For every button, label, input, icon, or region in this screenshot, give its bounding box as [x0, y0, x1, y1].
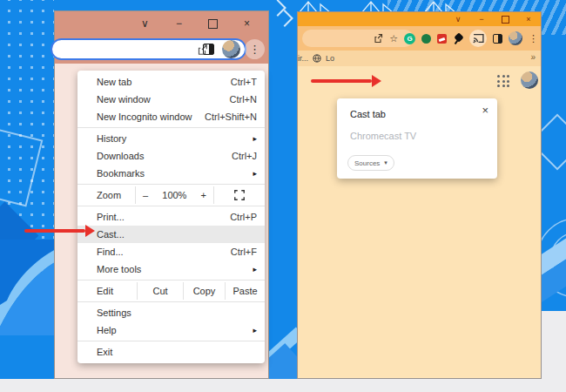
- minimize-button[interactable]: −: [474, 13, 489, 25]
- maximize-button[interactable]: [497, 13, 513, 25]
- close-button[interactable]: ×: [521, 13, 536, 25]
- chrome-menu: New tab Ctrl+T New window Ctrl+N New Inc…: [77, 71, 265, 363]
- submenu-arrow-icon: ▸: [253, 326, 257, 335]
- toolbar: ☆ ⋮: [55, 36, 268, 64]
- cast-dialog-title: Cast tab: [350, 109, 386, 119]
- bookmark-item[interactable]: Lo: [326, 54, 334, 63]
- annotation-arrow-cast-menu: [24, 225, 95, 237]
- minimize-button[interactable]: −: [162, 12, 196, 35]
- menu-separator: [77, 301, 265, 302]
- submenu-arrow-icon: ▸: [253, 169, 257, 178]
- titlebar: ∨ − ×: [298, 12, 541, 26]
- titlebar: ∨ − ×: [55, 11, 268, 36]
- red-extension-icon[interactable]: [437, 34, 447, 44]
- close-button[interactable]: ×: [230, 12, 264, 35]
- menu-item-settings[interactable]: Settings: [77, 304, 265, 321]
- share-icon[interactable]: [373, 33, 383, 44]
- cast-icon[interactable]: [469, 30, 487, 47]
- bookmark-star-icon[interactable]: ☆: [389, 34, 398, 44]
- edit-label: Edit: [77, 282, 138, 300]
- cast-device-item[interactable]: Chromecast TV: [350, 131, 416, 141]
- copy-button[interactable]: Copy: [184, 282, 226, 300]
- sources-dropdown[interactable]: Sources ▾: [347, 155, 394, 171]
- zoom-in-button[interactable]: +: [201, 190, 206, 200]
- shortcut: Ctrl+F: [231, 247, 257, 257]
- menu-item-zoom: Zoom – 100% +: [77, 186, 265, 204]
- address-bar[interactable]: ☆: [51, 38, 246, 60]
- side-panel-icon[interactable]: [203, 44, 214, 55]
- close-icon[interactable]: ×: [482, 104, 489, 117]
- bookmarks-bar: Air... Lo »: [298, 51, 541, 66]
- bookmarks-overflow-icon[interactable]: »: [530, 52, 536, 62]
- cast-dialog: Cast tab × Chromecast TV Sources ▾: [337, 98, 497, 179]
- fullscreen-icon[interactable]: [234, 190, 245, 200]
- pin-icon[interactable]: [453, 33, 463, 44]
- menu-separator: [77, 206, 265, 206]
- submenu-arrow-icon: ▸: [253, 265, 257, 274]
- menu-item-new-tab[interactable]: New tab Ctrl+T: [77, 73, 265, 91]
- profile-avatar[interactable]: [222, 40, 240, 58]
- menu-item-history[interactable]: History ▸: [77, 130, 265, 147]
- bookmark-item[interactable]: Air...: [298, 54, 308, 63]
- menu-item-new-window[interactable]: New window Ctrl+N: [77, 91, 265, 108]
- grammarly-extension-icon[interactable]: G: [404, 33, 415, 44]
- menu-item-new-incognito-window[interactable]: New Incognito window Ctrl+Shift+N: [77, 108, 265, 125]
- zoom-out-button[interactable]: –: [143, 190, 148, 200]
- green-extension-icon[interactable]: [421, 34, 431, 44]
- page-background-strip: [0, 379, 566, 392]
- menu-item-edit-row: Edit Cut Copy Paste: [77, 282, 265, 300]
- menu-separator: [77, 280, 265, 280]
- globe-icon: [313, 54, 321, 63]
- cut-button[interactable]: Cut: [138, 282, 184, 300]
- page-background-strip: [540, 311, 566, 392]
- maximize-icon: [208, 19, 218, 29]
- menu-item-exit[interactable]: Exit: [77, 343, 265, 361]
- more-menu-icon[interactable]: ⋮: [245, 39, 265, 59]
- menu-item-downloads[interactable]: Downloads Ctrl+J: [77, 147, 265, 165]
- maximize-button[interactable]: [196, 12, 230, 35]
- toolbar: ☆ G ⋮: [298, 26, 541, 51]
- menu-separator: [77, 341, 265, 341]
- profile-avatar[interactable]: [509, 31, 522, 45]
- caret-down-icon: ▾: [384, 159, 387, 166]
- google-apps-grid-icon[interactable]: [497, 75, 510, 88]
- menu-item-more-tools[interactable]: More tools ▸: [77, 260, 265, 278]
- google-profile-avatar[interactable]: [521, 71, 538, 89]
- maximize-icon: [502, 16, 509, 24]
- menu-separator: [77, 127, 265, 128]
- shortcut: Ctrl+Shift+N: [205, 112, 257, 122]
- chevron-down-icon[interactable]: ∨: [128, 12, 162, 35]
- zoom-value: 100%: [162, 190, 186, 200]
- wave-decoration: [0, 240, 61, 335]
- menu-item-print[interactable]: Print... Ctrl+P: [77, 208, 265, 226]
- shortcut: Ctrl+J: [232, 151, 257, 161]
- menu-item-bookmarks[interactable]: Bookmarks ▸: [77, 165, 265, 182]
- paste-button[interactable]: Paste: [226, 282, 265, 300]
- zoom-label: Zoom: [77, 186, 136, 204]
- shortcut: Ctrl+T: [231, 77, 257, 87]
- chrome-window-left: ∨ − × ☆ ⋮ New tab Ctrl+T New: [54, 10, 269, 379]
- submenu-arrow-icon: ▸: [253, 134, 257, 143]
- menu-item-help[interactable]: Help ▸: [77, 321, 265, 339]
- shortcut: Ctrl+N: [230, 94, 257, 105]
- page-content: Cast tab × Chromecast TV Sources ▾: [298, 66, 541, 380]
- chevron-decoration: [272, 2, 294, 28]
- chrome-window-right: ∨ − × ☆ G: [297, 11, 542, 379]
- desktop: ∨ − × ☆ ⋮ New tab Ctrl+T New: [0, 0, 566, 392]
- chevron-down-icon[interactable]: ∨: [450, 13, 466, 25]
- more-menu-icon[interactable]: ⋮: [529, 33, 538, 44]
- menu-item-cast[interactable]: Cast...: [77, 226, 265, 243]
- menu-item-find[interactable]: Find... Ctrl+F: [77, 243, 265, 260]
- menu-separator: [77, 184, 265, 185]
- side-panel-icon[interactable]: [493, 34, 502, 44]
- shortcut: Ctrl+P: [230, 212, 257, 222]
- annotation-arrow-chromecast-device: [311, 75, 381, 87]
